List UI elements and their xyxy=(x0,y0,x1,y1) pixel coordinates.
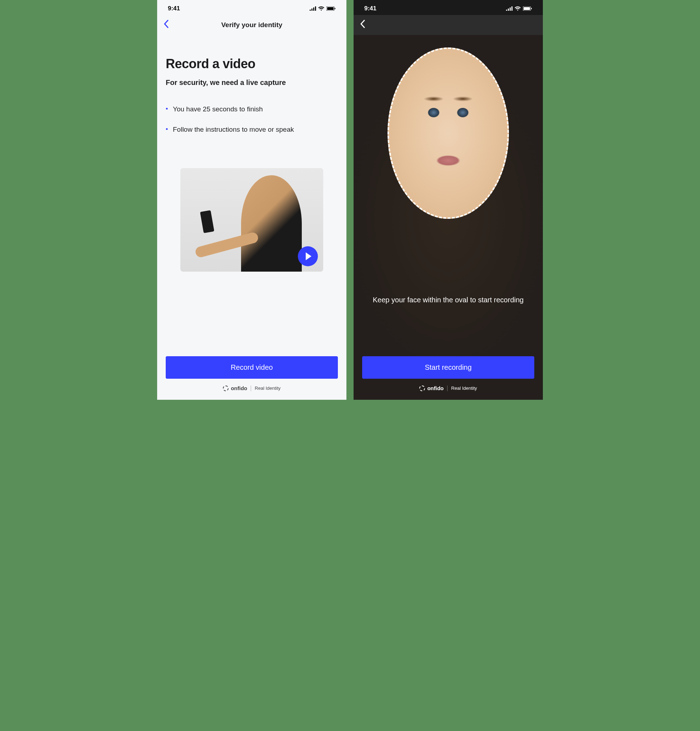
capture-instruction: Keep your face within the oval to start … xyxy=(361,295,536,305)
separator-icon xyxy=(447,386,447,391)
status-time: 9:41 xyxy=(168,5,180,12)
video-preview[interactable] xyxy=(180,168,323,272)
screen-capture: 9:41 Keep your face within the oval to s… xyxy=(354,0,543,400)
start-recording-button[interactable]: Start recording xyxy=(362,356,534,379)
battery-icon xyxy=(326,6,336,11)
brand-name: onfido xyxy=(427,385,444,391)
brand-tagline: Real Identity xyxy=(451,386,477,391)
status-icons xyxy=(506,6,532,11)
wifi-icon xyxy=(515,6,521,11)
nav-bar xyxy=(354,15,543,35)
svg-rect-1 xyxy=(327,7,334,10)
signal-icon xyxy=(506,6,513,11)
separator-icon xyxy=(251,386,251,391)
brand-name: onfido xyxy=(231,385,247,391)
play-button[interactable] xyxy=(298,246,318,266)
list-item: Follow the instructions to move or speak xyxy=(166,125,338,135)
onfido-mark-icon xyxy=(223,386,229,391)
subheading: For security, we need a live capture xyxy=(166,79,338,87)
nav-bar: Verify your identity xyxy=(157,15,346,35)
back-button[interactable] xyxy=(163,19,174,31)
wifi-icon xyxy=(318,6,324,11)
status-icons xyxy=(310,6,336,11)
brand-footer: onfido Real Identity xyxy=(166,385,338,391)
instruction-list: You have 25 seconds to finish Follow the… xyxy=(166,104,338,145)
heading: Record a video xyxy=(166,56,338,71)
status-bar: 9:41 xyxy=(157,0,346,15)
list-item: You have 25 seconds to finish xyxy=(166,104,338,114)
svg-rect-4 xyxy=(524,7,530,10)
brand-logo: onfido xyxy=(223,385,247,391)
onfido-mark-icon xyxy=(419,386,425,391)
svg-rect-2 xyxy=(335,8,335,9)
camera-viewport: Keep your face within the oval to start … xyxy=(354,35,543,400)
status-bar: 9:41 xyxy=(354,0,543,15)
record-video-button[interactable]: Record video xyxy=(166,356,338,379)
status-time: 9:41 xyxy=(364,5,376,12)
screen-instructions: 9:41 Verify your identity Record a video… xyxy=(157,0,346,400)
page-title: Verify your identity xyxy=(221,21,282,29)
brand-tagline: Real Identity xyxy=(254,386,280,391)
brand-footer: onfido Real Identity xyxy=(362,385,534,391)
footer: Start recording onfido Real Identity xyxy=(354,349,543,400)
brand-logo: onfido xyxy=(419,385,444,391)
back-button[interactable] xyxy=(360,19,371,31)
footer: Record video onfido Real Identity xyxy=(157,349,346,400)
battery-icon xyxy=(523,6,532,11)
content-area: Record a video For security, we need a l… xyxy=(157,35,346,349)
face-oval-outline-icon xyxy=(387,47,509,219)
signal-icon xyxy=(310,6,316,11)
play-icon xyxy=(306,252,312,260)
svg-rect-5 xyxy=(531,8,532,9)
